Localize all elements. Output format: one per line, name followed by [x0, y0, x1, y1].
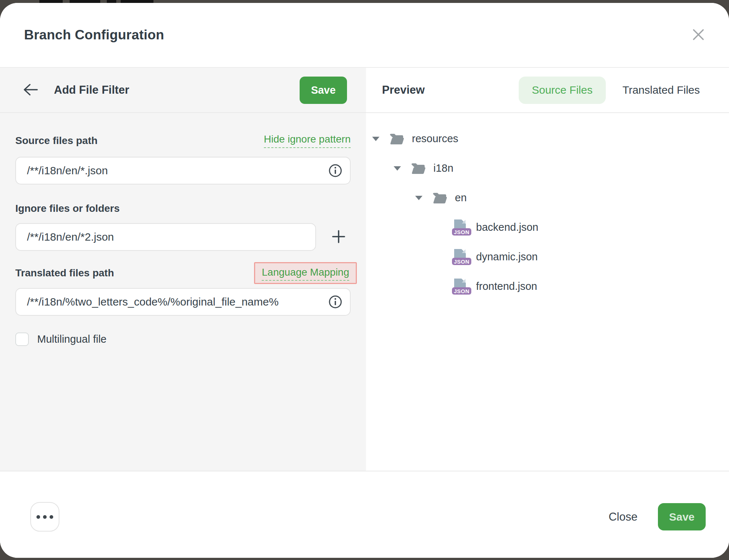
info-icon[interactable] [328, 163, 343, 178]
more-options-button[interactable] [30, 502, 59, 532]
preview-pane: Preview Source Files Translated Files [366, 68, 729, 471]
file-filter-form: Source files path Hide ignore pattern I [0, 113, 366, 346]
folder-icon [432, 192, 447, 204]
chevron-down-icon[interactable] [393, 166, 401, 171]
close-button[interactable] [689, 26, 708, 44]
tree-item-folder[interactable]: i18n [366, 153, 729, 183]
translated-files-path-input[interactable] [15, 288, 351, 316]
file-tree: resources i18n [366, 113, 729, 301]
json-file-icon: JSON [453, 219, 467, 236]
tab-translated-files[interactable]: Translated Files [623, 84, 700, 96]
add-ignore-pattern-button[interactable] [328, 227, 349, 247]
tree-item-folder[interactable]: en [366, 183, 729, 213]
chevron-down-icon[interactable] [415, 195, 423, 201]
multilingual-file-label: Multilingual file [37, 333, 106, 345]
tree-item-file[interactable]: JSON dynamic.json [366, 242, 729, 272]
info-icon[interactable] [328, 295, 343, 309]
modal-title-bar: Branch Configuration [0, 3, 729, 68]
save-modal-button[interactable]: Save [658, 503, 706, 530]
pane-title: Add File Filter [54, 83, 129, 97]
language-mapping-highlight: Language Mapping [254, 262, 357, 284]
ignore-files-label: Ignore files or folders [15, 203, 120, 214]
translated-files-path-label: Translated files path [15, 267, 114, 279]
tree-item-file[interactable]: JSON frontend.json [366, 272, 729, 301]
folder-icon [411, 163, 425, 174]
ignore-pattern-input[interactable] [15, 223, 316, 251]
ellipsis-icon [36, 515, 53, 519]
json-file-icon: JSON [453, 279, 467, 295]
modal-footer: Close Save [0, 471, 729, 558]
back-button[interactable] [23, 83, 40, 97]
file-filter-header: Add File Filter Save [0, 68, 366, 113]
folder-icon [389, 133, 404, 145]
json-file-icon: JSON [453, 249, 467, 265]
chevron-down-icon[interactable] [372, 136, 380, 141]
modal-content: Add File Filter Save Source files path H… [0, 68, 729, 471]
plus-icon [331, 229, 346, 245]
language-mapping-link[interactable]: Language Mapping [262, 267, 349, 281]
tree-item-file[interactable]: JSON backend.json [366, 213, 729, 242]
branch-configuration-modal: Branch Configuration Add File [0, 3, 729, 558]
tree-item-folder[interactable]: resources [366, 124, 729, 153]
file-filter-pane: Add File Filter Save Source files path H… [0, 68, 366, 471]
page-title: Branch Configuration [24, 27, 164, 43]
close-icon [692, 28, 705, 42]
preview-header: Preview Source Files Translated Files [366, 68, 729, 113]
hide-ignore-pattern-link[interactable]: Hide ignore pattern [264, 133, 351, 148]
multilingual-file-checkbox[interactable] [15, 332, 29, 346]
preview-title: Preview [382, 83, 425, 97]
close-modal-button[interactable]: Close [609, 510, 638, 524]
preview-tabs: Source Files Translated Files [519, 77, 729, 104]
save-filter-button[interactable]: Save [300, 77, 347, 104]
tab-source-files[interactable]: Source Files [519, 77, 606, 104]
arrow-left-icon [23, 83, 38, 97]
source-files-path-label: Source files path [15, 135, 98, 147]
source-files-path-input[interactable] [15, 157, 351, 184]
